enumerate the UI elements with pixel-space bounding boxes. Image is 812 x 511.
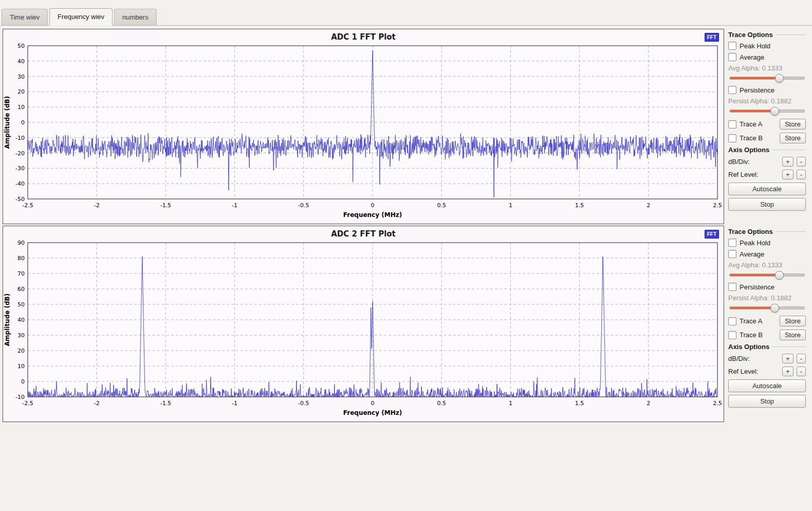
persistence-label: Persistence bbox=[740, 283, 774, 291]
stop-button[interactable]: Stop bbox=[728, 395, 806, 408]
store-trace-a-button[interactable]: Store bbox=[780, 316, 806, 326]
autoscale-button[interactable]: Autoscale bbox=[728, 182, 806, 195]
control-panel-adc2: Trace Options Peak Hold Average Avg Alph… bbox=[725, 226, 810, 422]
svg-text:-40: -40 bbox=[15, 180, 25, 187]
persist-alpha-label: Persist Alpha: 0.1882 bbox=[728, 97, 806, 105]
svg-text:0.5: 0.5 bbox=[437, 202, 446, 209]
slider-fill bbox=[730, 110, 775, 112]
slider-handle[interactable] bbox=[770, 304, 779, 313]
average-row: Average bbox=[728, 53, 806, 61]
persistence-label: Persistence bbox=[740, 86, 774, 94]
svg-text:10: 10 bbox=[17, 363, 25, 370]
peak-hold-checkbox[interactable] bbox=[728, 239, 736, 247]
svg-text:0.5: 0.5 bbox=[437, 400, 446, 407]
svg-text:10: 10 bbox=[17, 104, 25, 111]
trace-b-checkbox[interactable] bbox=[728, 134, 736, 142]
svg-text:-10: -10 bbox=[15, 135, 25, 141]
svg-text:2.5: 2.5 bbox=[713, 202, 722, 209]
svg-text:Frequency (MHz): Frequency (MHz) bbox=[343, 409, 402, 416]
fft-badge: FFT bbox=[705, 230, 719, 239]
tab-bar: Time wiev Frequency wiev numbers bbox=[0, 0, 812, 26]
persistence-checkbox[interactable] bbox=[728, 86, 736, 94]
store-trace-b-button[interactable]: Store bbox=[780, 330, 806, 340]
adc1-fft-panel: ADC 1 FFT Plot FFT -2.5-2-1.5-1-0.500.51… bbox=[3, 29, 724, 224]
empty-area bbox=[3, 424, 810, 501]
db-div-minus-button[interactable]: - bbox=[797, 157, 806, 167]
axis-options-header: Axis Options bbox=[728, 146, 806, 154]
svg-text:50: 50 bbox=[17, 43, 25, 49]
average-label: Average bbox=[740, 53, 764, 61]
slider-handle[interactable] bbox=[775, 74, 784, 83]
tab-numbers[interactable]: numbers bbox=[114, 9, 157, 25]
svg-text:-2.5: -2.5 bbox=[22, 400, 33, 407]
svg-text:0: 0 bbox=[371, 202, 375, 209]
db-div-plus-button[interactable]: + bbox=[782, 354, 793, 363]
control-panel-adc1: Trace Options Peak Hold Average Avg Alph… bbox=[725, 29, 810, 224]
trace-b-checkbox[interactable] bbox=[728, 331, 736, 339]
axis-options-header: Axis Options bbox=[728, 343, 806, 351]
avg-alpha-label: Avg Alpha: 0.1333 bbox=[728, 64, 806, 72]
store-trace-b-button[interactable]: Store bbox=[780, 133, 806, 143]
peak-hold-label: Peak Hold bbox=[740, 42, 770, 50]
trace-options-header: Trace Options bbox=[728, 31, 806, 39]
svg-text:-2: -2 bbox=[94, 202, 100, 209]
slider-handle[interactable] bbox=[770, 107, 779, 116]
ref-level-plus-button[interactable]: + bbox=[782, 170, 793, 179]
svg-text:40: 40 bbox=[17, 58, 25, 65]
svg-text:1: 1 bbox=[509, 202, 512, 209]
svg-text:Frequency (MHz): Frequency (MHz) bbox=[343, 211, 402, 218]
svg-text:Amplitude (dB): Amplitude (dB) bbox=[4, 96, 11, 149]
store-trace-a-button[interactable]: Store bbox=[780, 119, 806, 130]
average-checkbox[interactable] bbox=[728, 53, 736, 61]
db-div-label: dB/Div: bbox=[728, 355, 750, 362]
db-div-plus-button[interactable]: + bbox=[782, 157, 793, 167]
tab-frequency-view[interactable]: Frequency wiev bbox=[49, 8, 113, 26]
peak-hold-row: Peak Hold bbox=[728, 42, 806, 50]
svg-text:50: 50 bbox=[17, 301, 25, 308]
adc1-plot-title: ADC 1 FFT Plot bbox=[3, 29, 724, 43]
ref-level-plus-button[interactable]: + bbox=[782, 367, 793, 376]
svg-text:20: 20 bbox=[17, 88, 25, 95]
peak-hold-checkbox[interactable] bbox=[728, 42, 736, 50]
ref-level-minus-button[interactable]: - bbox=[797, 367, 806, 376]
notebook-page: ADC 1 FFT Plot FFT -2.5-2-1.5-1-0.500.51… bbox=[0, 26, 812, 501]
trace-a-checkbox[interactable] bbox=[728, 120, 736, 129]
ref-level-row: Ref Level: + - bbox=[728, 367, 806, 376]
stop-button[interactable]: Stop bbox=[728, 198, 806, 211]
db-div-minus-button[interactable]: - bbox=[797, 354, 806, 363]
db-div-row: dB/Div: + - bbox=[728, 157, 806, 167]
average-label: Average bbox=[740, 250, 764, 258]
db-div-label: dB/Div: bbox=[728, 158, 750, 166]
slider-handle[interactable] bbox=[775, 271, 784, 280]
avg-alpha-slider[interactable] bbox=[729, 74, 805, 82]
persist-alpha-slider[interactable] bbox=[729, 304, 805, 312]
average-checkbox[interactable] bbox=[728, 250, 736, 258]
tab-time-view[interactable]: Time wiev bbox=[2, 9, 48, 25]
peak-hold-row: Peak Hold bbox=[728, 239, 806, 247]
persistence-checkbox[interactable] bbox=[728, 283, 736, 291]
trace-b-row: Trace B Store bbox=[728, 330, 806, 340]
ref-level-minus-button[interactable]: - bbox=[797, 170, 806, 179]
svg-text:-0.5: -0.5 bbox=[298, 202, 309, 209]
fft-badge: FFT bbox=[705, 33, 719, 42]
persistence-row: Persistence bbox=[728, 283, 806, 291]
avg-alpha-slider[interactable] bbox=[729, 271, 805, 279]
trace-a-checkbox[interactable] bbox=[728, 317, 736, 325]
peak-hold-label: Peak Hold bbox=[740, 239, 770, 247]
persist-alpha-slider[interactable] bbox=[729, 107, 805, 115]
slider-fill bbox=[730, 274, 780, 276]
adc2-plot-title: ADC 2 FFT Plot bbox=[3, 226, 724, 240]
svg-text:-20: -20 bbox=[15, 150, 25, 157]
trace-b-row: Trace B Store bbox=[728, 133, 806, 143]
avg-alpha-label: Avg Alpha: 0.1333 bbox=[728, 261, 806, 269]
db-div-row: dB/Div: + - bbox=[728, 354, 806, 363]
svg-text:80: 80 bbox=[17, 255, 25, 262]
adc2-fft-chart: -2.5-2-1.5-1-0.500.511.522.5908070605040… bbox=[3, 240, 724, 422]
svg-text:90: 90 bbox=[17, 240, 25, 246]
ref-level-row: Ref Level: + - bbox=[728, 170, 806, 179]
svg-text:-1.5: -1.5 bbox=[160, 202, 171, 209]
svg-text:30: 30 bbox=[17, 332, 25, 339]
autoscale-button[interactable]: Autoscale bbox=[728, 379, 806, 392]
svg-text:0: 0 bbox=[371, 400, 375, 407]
slider-fill bbox=[730, 77, 780, 79]
